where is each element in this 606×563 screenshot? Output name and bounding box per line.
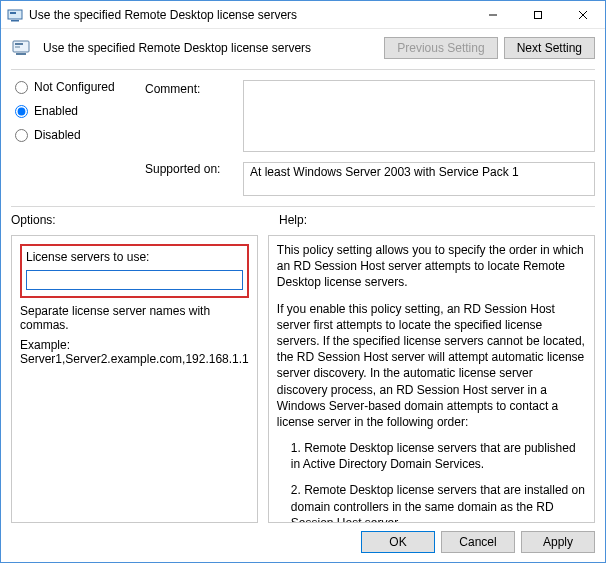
window-title: Use the specified Remote Desktop license…	[29, 8, 470, 22]
app-icon	[7, 7, 23, 23]
header-title: Use the specified Remote Desktop license…	[43, 41, 384, 55]
svg-rect-1	[11, 20, 19, 22]
help-paragraph: 1. Remote Desktop license servers that a…	[277, 440, 586, 472]
radio-not-configured-input[interactable]	[15, 81, 28, 94]
header: Use the specified Remote Desktop license…	[1, 29, 605, 69]
svg-rect-4	[534, 11, 541, 18]
radio-enabled-input[interactable]	[15, 105, 28, 118]
svg-rect-10	[15, 46, 20, 48]
close-button[interactable]	[560, 1, 605, 28]
help-paragraph: This policy setting allows you to specif…	[277, 242, 586, 291]
supported-on-label: Supported on:	[145, 162, 239, 176]
radio-disabled[interactable]: Disabled	[15, 128, 141, 142]
svg-rect-2	[10, 12, 16, 14]
help-pane[interactable]: This policy setting allows you to specif…	[268, 235, 595, 523]
ok-button[interactable]: OK	[361, 531, 435, 553]
footer: OK Cancel Apply	[1, 523, 605, 561]
maximize-button[interactable]	[515, 1, 560, 28]
titlebar: Use the specified Remote Desktop license…	[1, 1, 605, 29]
radio-enabled-label: Enabled	[34, 104, 78, 118]
options-note-1: Separate license server names with comma…	[20, 304, 249, 332]
previous-setting-button: Previous Setting	[384, 37, 497, 59]
cancel-button[interactable]: Cancel	[441, 531, 515, 553]
next-setting-button[interactable]: Next Setting	[504, 37, 595, 59]
supported-on-value: At least Windows Server 2003 with Servic…	[243, 162, 595, 196]
radio-not-configured-label: Not Configured	[34, 80, 115, 94]
license-servers-input[interactable]	[26, 270, 243, 290]
options-note-2: Example: Server1,Server2.example.com,192…	[20, 338, 249, 366]
radio-disabled-input[interactable]	[15, 129, 28, 142]
radio-enabled[interactable]: Enabled	[15, 104, 141, 118]
comment-label: Comment:	[145, 80, 239, 96]
svg-rect-9	[15, 43, 23, 45]
help-label: Help:	[279, 213, 307, 227]
options-pane: License servers to use: Separate license…	[11, 235, 258, 523]
help-paragraph: 2. Remote Desktop license servers that a…	[277, 482, 586, 523]
radio-disabled-label: Disabled	[34, 128, 81, 142]
options-label: Options:	[11, 213, 269, 227]
minimize-button[interactable]	[470, 1, 515, 28]
radio-not-configured[interactable]: Not Configured	[15, 80, 141, 94]
policy-icon	[11, 38, 35, 58]
license-servers-label: License servers to use:	[26, 250, 243, 264]
apply-button[interactable]: Apply	[521, 531, 595, 553]
highlight-box: License servers to use:	[20, 244, 249, 298]
comment-input[interactable]	[243, 80, 595, 152]
svg-rect-8	[16, 53, 26, 55]
help-paragraph: If you enable this policy setting, an RD…	[277, 301, 586, 431]
svg-rect-0	[8, 10, 22, 19]
